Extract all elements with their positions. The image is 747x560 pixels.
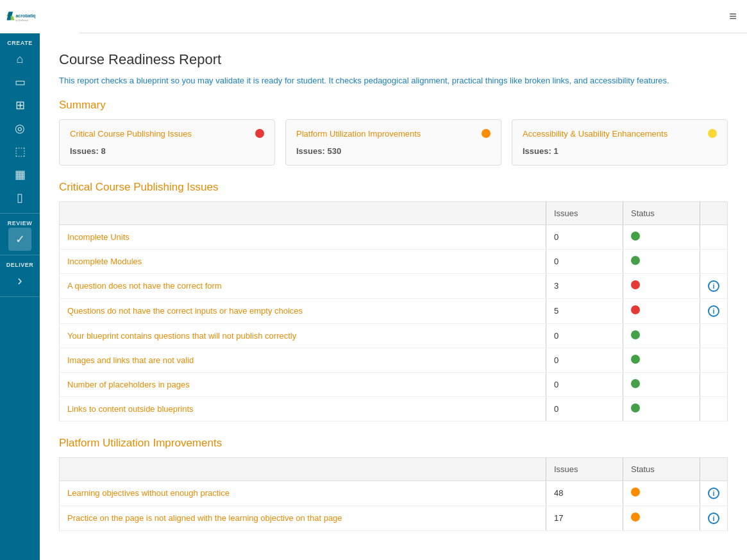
- platform-col-issues-header: Issues: [546, 457, 623, 480]
- platform-card: Platform Utilization Improvements Issues…: [285, 119, 501, 165]
- menu-icon[interactable]: ≡: [729, 9, 737, 24]
- row-action: [700, 396, 728, 421]
- row-issues: 3: [546, 273, 623, 298]
- row-label[interactable]: A question does not have the correct for…: [60, 273, 546, 298]
- table-row: Learning objectives without enough pract…: [60, 480, 728, 505]
- critical-section-title: Critical Course Publishing Issues: [59, 181, 728, 194]
- row-label[interactable]: Learning objectives without enough pract…: [60, 480, 546, 505]
- table-row: Questions do not have the correct inputs…: [60, 298, 728, 323]
- col-name-header: [60, 201, 546, 225]
- status-dot: [631, 488, 640, 496]
- deliver-arrow-icon[interactable]: ›: [8, 269, 31, 293]
- row-status: [623, 225, 700, 249]
- check-icon[interactable]: ✓: [8, 228, 31, 251]
- status-dot: [631, 305, 640, 314]
- row-action[interactable]: i: [700, 480, 728, 505]
- row-label[interactable]: Links to content outside blueprints: [60, 396, 546, 421]
- chart-icon[interactable]: ▦: [8, 163, 31, 186]
- platform-table: Issues Status Learning objectives withou…: [59, 457, 728, 531]
- status-dot: [631, 513, 640, 522]
- row-issues: 48: [546, 480, 623, 505]
- col-issues-header: Issues: [546, 201, 623, 225]
- row-label[interactable]: Questions do not have the correct inputs…: [60, 298, 546, 323]
- info-icon[interactable]: i: [708, 305, 719, 317]
- accessibility-card-title: Accessibility & Usability Enhancements: [523, 129, 667, 139]
- row-action: [700, 249, 728, 273]
- row-status: [623, 348, 700, 372]
- platform-table-header-row: Issues Status: [60, 457, 728, 480]
- summary-title: Summary: [59, 99, 728, 112]
- chat-icon[interactable]: ▯: [8, 186, 31, 209]
- col-action-header: [700, 201, 728, 225]
- info-icon[interactable]: i: [708, 488, 719, 499]
- platform-col-action-header: [700, 457, 728, 480]
- table-row: Incomplete Units0: [60, 225, 728, 249]
- row-action: [700, 372, 728, 396]
- svg-text:acrobatiq: acrobatiq: [15, 13, 35, 19]
- row-status: [623, 480, 700, 505]
- table-row: Images and links that are not valid0: [60, 348, 728, 372]
- home-icon[interactable]: ⌂: [8, 47, 31, 71]
- row-label[interactable]: Number of placeholders in pages: [60, 372, 546, 396]
- info-icon[interactable]: i: [708, 513, 719, 524]
- row-action: [700, 323, 728, 348]
- row-action[interactable]: i: [700, 273, 728, 298]
- row-status: [623, 396, 700, 421]
- row-label[interactable]: Images and links that are not valid: [60, 348, 546, 372]
- sidebar-review-section: REVIEW ✓: [0, 214, 40, 255]
- svg-marker-2: [11, 16, 15, 21]
- status-dot: [631, 355, 640, 364]
- status-dot: [631, 256, 640, 265]
- row-action[interactable]: i: [700, 505, 728, 530]
- row-issues: 0: [546, 225, 623, 249]
- create-label: CREATE: [7, 40, 32, 46]
- intro-text: This report checks a blueprint so you ma…: [59, 74, 728, 87]
- critical-table: Issues Status Incomplete Units0Incomplet…: [59, 201, 728, 421]
- image-icon[interactable]: ⬚: [8, 140, 31, 163]
- status-dot: [631, 232, 640, 241]
- table-row: Links to content outside blueprints0: [60, 396, 728, 421]
- summary-cards: Critical Course Publishing Issues Issues…: [59, 119, 728, 165]
- critical-card-issues: Issues: 8: [70, 146, 264, 156]
- review-label: REVIEW: [8, 220, 33, 226]
- logo: acrobatiq by VitalSource: [0, 0, 40, 33]
- main-content: Course Readiness Report This report chec…: [40, 33, 747, 560]
- status-dot: [631, 403, 640, 412]
- row-action[interactable]: i: [700, 298, 728, 323]
- deliver-label: DELIVER: [6, 262, 34, 268]
- clipboard-icon[interactable]: ⊞: [8, 94, 31, 117]
- info-icon[interactable]: i: [708, 280, 719, 292]
- row-status: [623, 323, 700, 348]
- platform-section-title: Platform Utilization Improvements: [59, 437, 728, 450]
- table-row: Practice on the page is not aligned with…: [60, 505, 728, 530]
- page-title: Course Readiness Report: [59, 51, 728, 68]
- target-icon[interactable]: ◎: [8, 117, 31, 140]
- sidebar: acrobatiq by VitalSource CREATE ⌂ ▭ ⊞ ◎ …: [0, 0, 40, 560]
- row-issues: 0: [546, 372, 623, 396]
- sidebar-deliver-section: DELIVER ›: [0, 255, 40, 297]
- row-label[interactable]: Practice on the page is not aligned with…: [60, 505, 546, 530]
- row-label[interactable]: Incomplete Units: [60, 225, 546, 249]
- document-icon[interactable]: ▭: [8, 71, 31, 94]
- row-status: [623, 372, 700, 396]
- table-row: Incomplete Modules0: [60, 249, 728, 273]
- row-issues: 0: [546, 348, 623, 372]
- row-issues: 0: [546, 249, 623, 273]
- row-issues: 17: [546, 505, 623, 530]
- platform-col-status-header: Status: [623, 457, 700, 480]
- table-row: A question does not have the correct for…: [60, 273, 728, 298]
- platform-dot: [482, 129, 491, 138]
- row-label[interactable]: Incomplete Modules: [60, 249, 546, 273]
- status-dot: [631, 330, 640, 339]
- accessibility-card: Accessibility & Usability Enhancements I…: [512, 119, 728, 165]
- table-row: Your blueprint contains questions that w…: [60, 323, 728, 348]
- critical-card: Critical Course Publishing Issues Issues…: [59, 119, 275, 165]
- top-bar: ≡: [80, 0, 747, 33]
- row-issues: 5: [546, 298, 623, 323]
- critical-table-header-row: Issues Status: [60, 201, 728, 225]
- row-issues: 0: [546, 323, 623, 348]
- row-status: [623, 249, 700, 273]
- platform-card-title: Platform Utilization Improvements: [296, 129, 421, 139]
- row-status: [623, 298, 700, 323]
- row-label[interactable]: Your blueprint contains questions that w…: [60, 323, 546, 348]
